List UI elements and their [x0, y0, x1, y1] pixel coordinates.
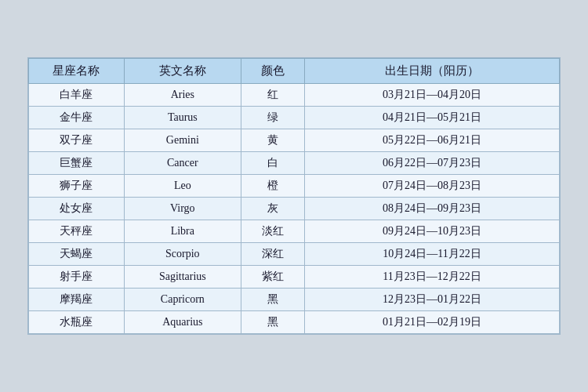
- table-row: 白羊座Aries红03月21日—04月20日: [29, 84, 560, 107]
- cell-zh: 白羊座: [29, 84, 125, 107]
- cell-date: 11月23日—12月22日: [305, 266, 560, 289]
- cell-color: 黑: [241, 289, 304, 311]
- cell-date: 07月24日—08月23日: [305, 175, 560, 198]
- cell-color: 灰: [241, 198, 304, 220]
- cell-en: Sagittarius: [124, 266, 241, 289]
- cell-en: Leo: [124, 175, 241, 198]
- table-row: 射手座Sagittarius紫红11月23日—12月22日: [29, 266, 560, 289]
- cell-color: 黑: [241, 311, 304, 334]
- table-header-row: 星座名称 英文名称 颜色 出生日期（阳历）: [29, 59, 560, 84]
- cell-date: 09月24日—10月23日: [305, 220, 560, 243]
- cell-date: 10月24日—11月22日: [305, 243, 560, 266]
- cell-color: 黄: [241, 129, 304, 152]
- cell-zh: 射手座: [29, 266, 125, 289]
- cell-en: Libra: [124, 220, 241, 243]
- cell-zh: 双子座: [29, 129, 125, 152]
- cell-en: Aquarius: [124, 311, 241, 334]
- table-row: 狮子座Leo橙07月24日—08月23日: [29, 175, 560, 198]
- zodiac-table: 星座名称 英文名称 颜色 出生日期（阳历） 白羊座Aries红03月21日—04…: [28, 58, 560, 334]
- header-en: 英文名称: [124, 59, 241, 84]
- cell-date: 05月22日—06月21日: [305, 129, 560, 152]
- cell-date: 03月21日—04月20日: [305, 84, 560, 107]
- cell-en: Virgo: [124, 198, 241, 220]
- table-row: 处女座Virgo灰08月24日—09月23日: [29, 198, 560, 220]
- cell-en: Scorpio: [124, 243, 241, 266]
- cell-zh: 摩羯座: [29, 289, 125, 311]
- cell-zh: 处女座: [29, 198, 125, 220]
- cell-date: 08月24日—09月23日: [305, 198, 560, 220]
- cell-en: Aries: [124, 84, 241, 107]
- cell-zh: 水瓶座: [29, 311, 125, 334]
- cell-en: Taurus: [124, 107, 241, 129]
- cell-date: 06月22日—07月23日: [305, 152, 560, 175]
- table-row: 天蝎座Scorpio深红10月24日—11月22日: [29, 243, 560, 266]
- table-row: 金牛座Taurus绿04月21日—05月21日: [29, 107, 560, 129]
- table-row: 巨蟹座Cancer白06月22日—07月23日: [29, 152, 560, 175]
- cell-en: Capricorn: [124, 289, 241, 311]
- cell-color: 紫红: [241, 266, 304, 289]
- cell-color: 深红: [241, 243, 304, 266]
- cell-zh: 天秤座: [29, 220, 125, 243]
- cell-date: 01月21日—02月19日: [305, 311, 560, 334]
- cell-zh: 天蝎座: [29, 243, 125, 266]
- table-row: 天秤座Libra淡红09月24日—10月23日: [29, 220, 560, 243]
- zodiac-table-container: 星座名称 英文名称 颜色 出生日期（阳历） 白羊座Aries红03月21日—04…: [27, 57, 561, 335]
- cell-zh: 狮子座: [29, 175, 125, 198]
- header-date: 出生日期（阳历）: [305, 59, 560, 84]
- cell-color: 红: [241, 84, 304, 107]
- cell-date: 04月21日—05月21日: [305, 107, 560, 129]
- cell-date: 12月23日—01月22日: [305, 289, 560, 311]
- table-row: 双子座Gemini黄05月22日—06月21日: [29, 129, 560, 152]
- cell-zh: 金牛座: [29, 107, 125, 129]
- header-color: 颜色: [241, 59, 304, 84]
- table-row: 摩羯座Capricorn黑12月23日—01月22日: [29, 289, 560, 311]
- header-zh: 星座名称: [29, 59, 125, 84]
- cell-en: Cancer: [124, 152, 241, 175]
- cell-en: Gemini: [124, 129, 241, 152]
- cell-color: 橙: [241, 175, 304, 198]
- cell-color: 白: [241, 152, 304, 175]
- cell-zh: 巨蟹座: [29, 152, 125, 175]
- cell-color: 淡红: [241, 220, 304, 243]
- table-row: 水瓶座Aquarius黑01月21日—02月19日: [29, 311, 560, 334]
- cell-color: 绿: [241, 107, 304, 129]
